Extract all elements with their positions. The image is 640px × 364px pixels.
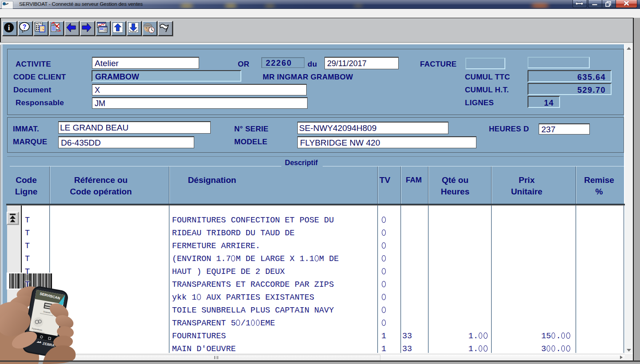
svg-text:i: i (8, 24, 10, 32)
svg-text:FACTU: FACTU (35, 22, 43, 25)
svg-text:?: ? (23, 23, 27, 30)
